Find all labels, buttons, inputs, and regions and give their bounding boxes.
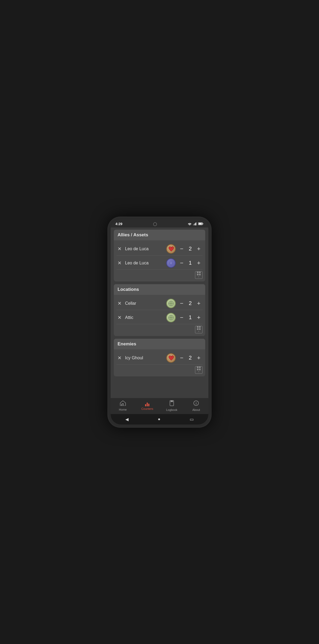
section-body-enemies: ✕ Icy Ghoul − 2 + — [114, 349, 205, 376]
nav-label-counters: Counters — [141, 407, 153, 410]
decrement-button[interactable]: − — [178, 245, 185, 252]
item-icon-location — [166, 299, 176, 308]
wifi-icon — [188, 222, 192, 225]
decrement-button[interactable]: − — [178, 314, 185, 321]
location-indicator: ◯ — [153, 222, 157, 226]
counter-value: 1 — [188, 260, 193, 266]
content-area: Allies / Assets ✕ Leo de Luca — [111, 227, 208, 398]
grid-icon — [197, 367, 201, 370]
item-name: Icy Ghoul — [125, 356, 164, 360]
counter-controls: − 2 + — [178, 300, 203, 307]
bottom-nav: Home Counters — [111, 398, 208, 414]
section-title-locations: Locations — [118, 287, 139, 292]
counter-value: 2 — [188, 355, 193, 361]
recents-button[interactable]: ▭ — [190, 417, 194, 422]
item-name: Attic — [125, 315, 164, 320]
svg-rect-15 — [171, 401, 173, 402]
table-row: ✕ Leo de Luca − 1 + — [116, 256, 203, 270]
add-row-area: + — [116, 270, 203, 280]
item-icon-brain — [166, 258, 176, 268]
svg-point-13 — [170, 317, 172, 318]
home-button[interactable]: ● — [158, 417, 161, 422]
section-title-allies: Allies / Assets — [118, 232, 148, 237]
increment-button[interactable]: + — [195, 300, 203, 307]
increment-button[interactable]: + — [195, 314, 203, 321]
about-icon — [193, 400, 199, 407]
counter-value: 1 — [188, 314, 193, 321]
increment-button[interactable]: + — [195, 245, 203, 252]
nav-label-home: Home — [119, 408, 127, 411]
table-row: ✕ Leo de Luca − 2 + — [116, 241, 203, 256]
section-locations: Locations ✕ Cellar — [114, 284, 205, 336]
table-row: ✕ Cellar − 2 — [116, 296, 203, 310]
table-row: ✕ Icy Ghoul − 2 + — [116, 350, 203, 365]
location-svg — [168, 300, 174, 307]
svg-point-10 — [170, 303, 172, 304]
svg-rect-5 — [203, 223, 203, 224]
section-enemies: Enemies ✕ Icy Ghoul — [114, 339, 205, 376]
section-header-allies: Allies / Assets — [114, 230, 205, 240]
android-nav-bar: ◀ ● ▭ — [111, 414, 208, 425]
decrement-button[interactable]: − — [178, 354, 185, 361]
nav-label-about: About — [192, 408, 200, 411]
home-icon — [120, 400, 126, 407]
svg-point-18 — [196, 402, 196, 402]
phone-shell: 4:29 ◯ — [107, 217, 212, 428]
svg-rect-1 — [194, 223, 195, 225]
phone-screen: 4:29 ◯ — [111, 220, 208, 425]
nav-label-logbook: Logbook — [166, 408, 177, 411]
counter-value: 2 — [188, 246, 193, 252]
svg-rect-2 — [195, 223, 196, 225]
section-allies: Allies / Assets ✕ Leo de Luca — [114, 230, 205, 281]
nav-item-logbook[interactable]: Logbook — [160, 400, 184, 411]
decrement-button[interactable]: − — [178, 300, 185, 307]
svg-rect-3 — [196, 222, 197, 225]
svg-point-7 — [169, 261, 173, 265]
logbook-icon — [169, 400, 174, 407]
remove-button[interactable]: ✕ — [116, 260, 122, 266]
location-svg2 — [168, 314, 174, 321]
svg-rect-6 — [199, 223, 202, 225]
section-header-locations: Locations — [114, 284, 205, 295]
section-title-enemies: Enemies — [118, 341, 136, 346]
add-row-area: + — [116, 324, 203, 334]
item-name: Leo de Luca — [125, 261, 164, 265]
nav-item-about[interactable]: About — [184, 400, 209, 411]
add-row-button[interactable]: + — [195, 366, 203, 374]
add-row-button[interactable]: + — [195, 271, 203, 279]
counters-icon — [145, 401, 149, 406]
item-icon-heart — [166, 244, 176, 254]
status-time: 4:29 — [115, 222, 122, 226]
table-row: ✕ Attic − 1 — [116, 310, 203, 324]
battery-icon — [198, 222, 204, 225]
section-body-allies: ✕ Leo de Luca − 2 + — [114, 240, 205, 281]
enemy-svg — [168, 355, 174, 361]
section-header-enemies: Enemies — [114, 339, 205, 349]
add-row-button[interactable]: + — [195, 326, 203, 333]
back-button[interactable]: ◀ — [125, 417, 129, 422]
decrement-button[interactable]: − — [178, 260, 185, 267]
grid-icon — [197, 272, 201, 275]
remove-button[interactable]: ✕ — [116, 315, 122, 321]
status-icons — [188, 222, 204, 225]
item-name: Cellar — [125, 301, 164, 306]
nav-item-counters[interactable]: Counters — [135, 401, 160, 410]
item-icon-location2 — [166, 313, 176, 322]
status-bar: 4:29 ◯ — [111, 220, 208, 227]
item-icon-enemy — [166, 353, 176, 363]
nav-item-home[interactable]: Home — [111, 400, 135, 411]
signal-icon — [193, 222, 197, 225]
remove-button[interactable]: ✕ — [116, 355, 122, 361]
brain-svg — [168, 260, 174, 266]
section-body-locations: ✕ Cellar − 2 — [114, 295, 205, 336]
remove-button[interactable]: ✕ — [116, 246, 122, 252]
counter-controls: − 2 + — [178, 354, 203, 361]
counter-controls: − 2 + — [178, 245, 203, 252]
increment-button[interactable]: + — [195, 354, 203, 361]
remove-button[interactable]: ✕ — [116, 300, 122, 306]
counter-value: 2 — [188, 300, 193, 306]
item-name: Leo de Luca — [125, 246, 164, 251]
increment-button[interactable]: + — [195, 260, 203, 267]
add-row-area: + — [116, 365, 203, 375]
heart-svg — [168, 246, 174, 252]
